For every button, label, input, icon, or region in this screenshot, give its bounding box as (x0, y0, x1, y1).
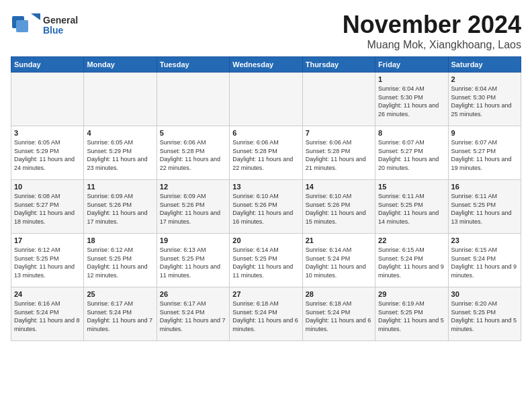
calendar-cell: 29Sunrise: 6:19 AM Sunset: 5:25 PM Dayli… (375, 287, 448, 341)
day-info: Sunrise: 6:11 AM Sunset: 5:25 PM Dayligh… (378, 192, 445, 226)
calendar-week-3: 10Sunrise: 6:08 AM Sunset: 5:27 PM Dayli… (11, 180, 521, 234)
calendar-cell: 2Sunrise: 6:04 AM Sunset: 5:30 PM Daylig… (448, 73, 521, 126)
calendar-cell (230, 73, 302, 126)
calendar-cell: 23Sunrise: 6:15 AM Sunset: 5:24 PM Dayli… (448, 234, 521, 287)
day-number: 28 (306, 290, 372, 298)
logo: General Blue (11, 11, 78, 40)
day-info: Sunrise: 6:10 AM Sunset: 5:26 PM Dayligh… (306, 192, 372, 226)
day-info: Sunrise: 6:18 AM Sunset: 5:24 PM Dayligh… (232, 300, 299, 333)
logo-general: General (43, 15, 78, 26)
page-header: General Blue November 2024 Muang Mok, Xi… (11, 11, 521, 51)
day-number: 7 (306, 129, 372, 137)
day-header-thursday: Thursday (302, 57, 375, 73)
title-section: November 2024 Muang Mok, Xiangkhoang, La… (343, 11, 521, 51)
day-number: 21 (306, 236, 372, 244)
calendar-cell: 20Sunrise: 6:14 AM Sunset: 5:25 PM Dayli… (230, 234, 302, 287)
calendar-week-1: 1Sunrise: 6:04 AM Sunset: 5:30 PM Daylig… (11, 73, 521, 126)
calendar-cell: 3Sunrise: 6:05 AM Sunset: 5:29 PM Daylig… (11, 126, 84, 180)
day-info: Sunrise: 6:04 AM Sunset: 5:30 PM Dayligh… (378, 85, 445, 118)
day-number: 14 (306, 183, 372, 191)
day-number: 16 (451, 183, 518, 191)
svg-rect-1 (16, 20, 28, 32)
day-info: Sunrise: 6:10 AM Sunset: 5:26 PM Dayligh… (232, 192, 299, 226)
day-number: 6 (232, 129, 299, 137)
day-number: 18 (87, 236, 153, 244)
logo-blue: Blue (43, 25, 63, 36)
day-info: Sunrise: 6:09 AM Sunset: 5:26 PM Dayligh… (87, 192, 153, 226)
calendar-week-5: 24Sunrise: 6:16 AM Sunset: 5:24 PM Dayli… (11, 287, 521, 341)
calendar-cell: 10Sunrise: 6:08 AM Sunset: 5:27 PM Dayli… (11, 180, 84, 234)
day-info: Sunrise: 6:11 AM Sunset: 5:25 PM Dayligh… (451, 192, 518, 226)
day-info: Sunrise: 6:17 AM Sunset: 5:24 PM Dayligh… (87, 300, 153, 333)
calendar-cell: 25Sunrise: 6:17 AM Sunset: 5:24 PM Dayli… (84, 287, 157, 341)
day-number: 2 (451, 75, 518, 83)
location-title: Muang Mok, Xiangkhoang, Laos (343, 39, 521, 51)
calendar-cell (11, 73, 84, 126)
day-number: 3 (14, 129, 81, 137)
day-info: Sunrise: 6:20 AM Sunset: 5:25 PM Dayligh… (451, 300, 518, 333)
day-number: 9 (451, 129, 518, 137)
day-info: Sunrise: 6:15 AM Sunset: 5:24 PM Dayligh… (378, 246, 445, 279)
day-info: Sunrise: 6:17 AM Sunset: 5:24 PM Dayligh… (160, 300, 226, 333)
calendar-cell: 9Sunrise: 6:07 AM Sunset: 5:27 PM Daylig… (448, 126, 521, 180)
calendar-cell: 19Sunrise: 6:13 AM Sunset: 5:25 PM Dayli… (157, 234, 229, 287)
day-number: 10 (14, 183, 81, 191)
calendar-cell: 8Sunrise: 6:07 AM Sunset: 5:27 PM Daylig… (375, 126, 448, 180)
day-info: Sunrise: 6:05 AM Sunset: 5:29 PM Dayligh… (87, 138, 153, 172)
calendar-cell: 15Sunrise: 6:11 AM Sunset: 5:25 PM Dayli… (375, 180, 448, 234)
day-info: Sunrise: 6:05 AM Sunset: 5:29 PM Dayligh… (14, 138, 81, 172)
day-info: Sunrise: 6:19 AM Sunset: 5:25 PM Dayligh… (378, 300, 445, 333)
day-number: 4 (87, 129, 153, 137)
calendar-cell: 22Sunrise: 6:15 AM Sunset: 5:24 PM Dayli… (375, 234, 448, 287)
calendar-cell: 14Sunrise: 6:10 AM Sunset: 5:26 PM Dayli… (302, 180, 375, 234)
month-title: November 2024 (343, 11, 521, 39)
day-number: 15 (378, 183, 445, 191)
calendar-cell: 12Sunrise: 6:09 AM Sunset: 5:26 PM Dayli… (157, 180, 229, 234)
calendar-cell: 26Sunrise: 6:17 AM Sunset: 5:24 PM Dayli… (157, 287, 229, 341)
calendar-cell: 13Sunrise: 6:10 AM Sunset: 5:26 PM Dayli… (230, 180, 302, 234)
day-number: 23 (451, 236, 518, 244)
day-number: 1 (378, 75, 445, 83)
day-info: Sunrise: 6:18 AM Sunset: 5:24 PM Dayligh… (306, 300, 372, 333)
svg-marker-2 (31, 13, 40, 20)
day-number: 29 (378, 290, 445, 298)
calendar-cell: 7Sunrise: 6:06 AM Sunset: 5:28 PM Daylig… (302, 126, 375, 180)
calendar-cell: 5Sunrise: 6:06 AM Sunset: 5:28 PM Daylig… (157, 126, 229, 180)
day-header-wednesday: Wednesday (230, 57, 302, 73)
day-info: Sunrise: 6:07 AM Sunset: 5:27 PM Dayligh… (451, 138, 518, 172)
calendar-cell: 18Sunrise: 6:12 AM Sunset: 5:25 PM Dayli… (84, 234, 157, 287)
day-number: 13 (232, 183, 299, 191)
day-info: Sunrise: 6:08 AM Sunset: 5:27 PM Dayligh… (14, 192, 81, 226)
day-info: Sunrise: 6:13 AM Sunset: 5:25 PM Dayligh… (160, 246, 226, 279)
day-header-saturday: Saturday (448, 57, 521, 73)
day-header-friday: Friday (375, 57, 448, 73)
day-number: 30 (451, 290, 518, 298)
day-info: Sunrise: 6:09 AM Sunset: 5:26 PM Dayligh… (160, 192, 226, 226)
calendar-cell: 4Sunrise: 6:05 AM Sunset: 5:29 PM Daylig… (84, 126, 157, 180)
day-number: 5 (160, 129, 226, 137)
day-info: Sunrise: 6:16 AM Sunset: 5:24 PM Dayligh… (14, 300, 81, 333)
day-number: 22 (378, 236, 445, 244)
day-number: 17 (14, 236, 81, 244)
calendar-cell: 28Sunrise: 6:18 AM Sunset: 5:24 PM Dayli… (302, 287, 375, 341)
calendar-cell: 11Sunrise: 6:09 AM Sunset: 5:26 PM Dayli… (84, 180, 157, 234)
calendar-cell: 1Sunrise: 6:04 AM Sunset: 5:30 PM Daylig… (375, 73, 448, 126)
day-header-sunday: Sunday (11, 57, 84, 73)
calendar-table: SundayMondayTuesdayWednesdayThursdayFrid… (11, 56, 521, 341)
calendar-week-4: 17Sunrise: 6:12 AM Sunset: 5:25 PM Dayli… (11, 234, 521, 287)
calendar-body: 1Sunrise: 6:04 AM Sunset: 5:30 PM Daylig… (11, 73, 521, 341)
calendar-header-row: SundayMondayTuesdayWednesdayThursdayFrid… (11, 57, 521, 73)
calendar-week-2: 3Sunrise: 6:05 AM Sunset: 5:29 PM Daylig… (11, 126, 521, 180)
calendar-cell: 24Sunrise: 6:16 AM Sunset: 5:24 PM Dayli… (11, 287, 84, 341)
day-number: 20 (232, 236, 299, 244)
day-info: Sunrise: 6:14 AM Sunset: 5:24 PM Dayligh… (306, 246, 372, 279)
day-number: 19 (160, 236, 226, 244)
day-info: Sunrise: 6:06 AM Sunset: 5:28 PM Dayligh… (232, 138, 299, 172)
day-number: 27 (232, 290, 299, 298)
calendar-cell: 27Sunrise: 6:18 AM Sunset: 5:24 PM Dayli… (230, 287, 302, 341)
calendar-cell: 30Sunrise: 6:20 AM Sunset: 5:25 PM Dayli… (448, 287, 521, 341)
day-info: Sunrise: 6:06 AM Sunset: 5:28 PM Dayligh… (306, 138, 372, 172)
day-info: Sunrise: 6:07 AM Sunset: 5:27 PM Dayligh… (378, 138, 445, 172)
day-info: Sunrise: 6:04 AM Sunset: 5:30 PM Dayligh… (451, 85, 518, 118)
day-number: 26 (160, 290, 226, 298)
